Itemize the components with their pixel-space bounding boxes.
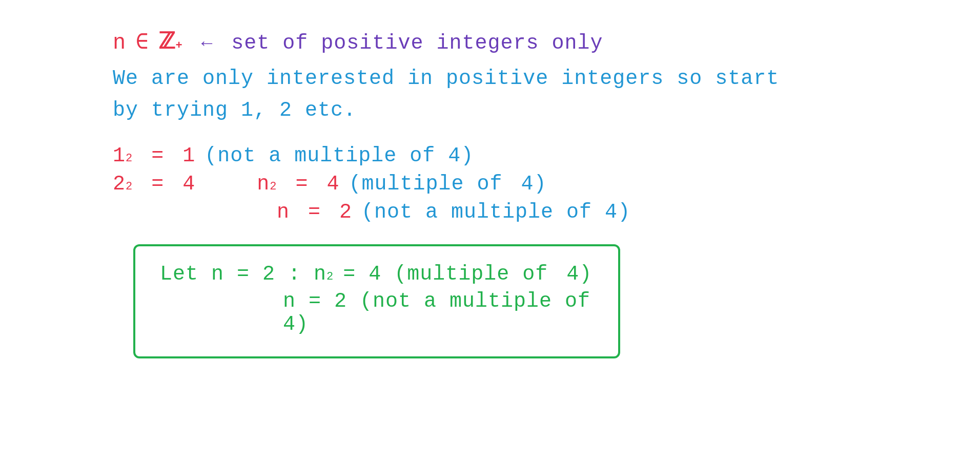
box-4: 4) [566,263,592,286]
box-equals-4: = 4 (multiple of [343,263,548,286]
equals-2: = [151,173,164,196]
comment-1: (not a multiple of 4) [205,144,474,167]
n-label: n [277,201,290,224]
equals-3: = [295,173,308,196]
calc-1-squared: 12 = 1 (not a multiple of 4) [113,144,867,167]
equals-1: = [151,144,164,167]
calc-n-equals-2: n = 2 (not a multiple of 4) [113,201,867,224]
box-line1: Let n = 2 : n2 = 4 (multiple of 4) [160,263,594,286]
val-1: 1 [182,144,195,167]
base-1: 1 [113,144,126,167]
val-4b: 4 [326,173,339,196]
val-4: 4 [182,173,195,196]
set-notation-n: n [113,27,126,59]
result-box: Let n = 2 : n2 = 4 (multiple of 4) n = 2… [133,244,620,358]
val-2: 2 [339,201,352,224]
comment-multiple: (multiple of [349,173,503,196]
sentence-line2: by trying 1, 2 etc. [113,95,867,126]
calc-2-squared: 22 = 4 n2 = 4 (multiple of 4) [113,173,867,196]
arrow: ← [201,30,213,58]
box-line2: n = 2 (not a multiple of 4) [160,290,594,336]
base-2: 2 [113,173,126,196]
box-n-equals: n = 2 (not a multiple of 4) [283,290,594,336]
equals-4: = [308,201,321,224]
comment-not-multiple: (not a multiple of 4) [361,201,630,224]
content-area: n ∈ ℤ+ ← set of positive integers only W… [21,15,959,379]
sentence-line1: We are only interested in positive integ… [113,63,867,94]
comment-4: 4) [521,173,547,196]
box-let-n: Let n = 2 : n [160,263,326,286]
set-notation-line: n ∈ ℤ+ ← set of positive integers only [113,26,867,59]
n-squared: n [257,173,270,196]
set-notation-Z: ℤ [158,26,176,59]
set-description: set of positive integers only [231,28,603,59]
set-notation-element: ∈ [135,27,149,59]
